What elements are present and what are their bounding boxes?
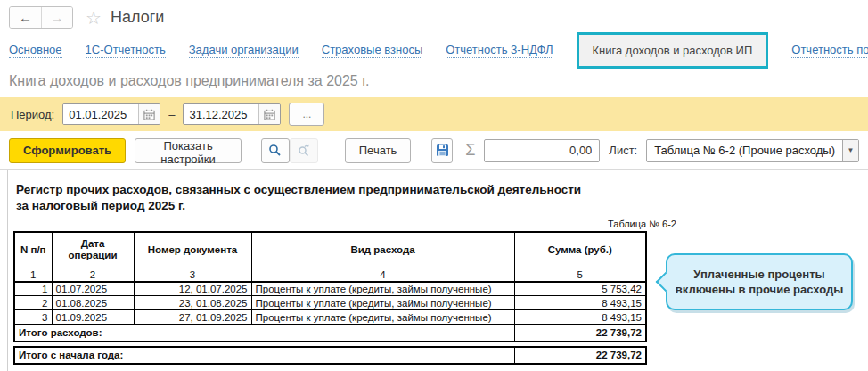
total-expenses-value: 22 739,72 [514, 325, 646, 342]
column-number-row: 1 2 3 4 5 [14, 268, 646, 282]
tab-bar: Основное 1С-Отчетность Задачи организаци… [0, 30, 868, 70]
table-row[interactable]: 2 01.08.2025 23, 01.08.2025 Проценты к у… [14, 296, 646, 310]
period-more-button[interactable]: ... [289, 103, 324, 126]
col-header-type: Вид расхода [251, 232, 514, 268]
forward-button[interactable]: → [41, 7, 72, 28]
callout-tail [656, 272, 676, 293]
tab-otchetnost-3ndfl[interactable]: Отчетность 3-НДФЛ [446, 43, 553, 58]
ytd-total-row: Итого с начала года: 22 739,72 [14, 347, 646, 364]
col-num: 4 [251, 268, 514, 282]
cell-date: 01.07.2025 [52, 282, 134, 296]
sum-value-input[interactable] [484, 139, 600, 162]
expenses-table: N п/п Дата операции Номер документа Вид … [13, 231, 647, 342]
col-header-date: Дата операции [52, 232, 134, 268]
cell-doc: 27, 01.09.2025 [134, 310, 251, 325]
search-button-group [261, 138, 318, 163]
period-from-group [62, 103, 160, 125]
col-num: 5 [514, 268, 646, 282]
period-dash: – [168, 108, 175, 121]
cell-doc: 12, 01.07.2025 [134, 282, 251, 296]
back-button[interactable]: ← [10, 7, 41, 28]
col-num: 3 [134, 268, 251, 282]
table-row[interactable]: 3 01.09.2025 27, 01.09.2025 Проценты к у… [14, 310, 646, 325]
calendar-icon[interactable] [138, 104, 160, 124]
sheet-selected-value: Таблица № 6-2 (Прочие расходы) [647, 140, 842, 161]
window-header: ← → ☆ Налоги [0, 0, 868, 30]
cell-date: 01.08.2025 [52, 296, 134, 310]
callout-text-line1: Уплаченные проценты [675, 267, 844, 282]
generate-button[interactable]: Сформировать [9, 138, 126, 163]
tab-osnovnoe[interactable]: Основное [9, 43, 62, 58]
cell-amount: 8 493,15 [514, 310, 646, 325]
cell-type: Проценты к уплате (кредиты, займы получе… [251, 310, 514, 325]
col-header-npp: N п/п [14, 232, 52, 268]
search-icon [268, 144, 282, 157]
table-header-row: N п/п Дата операции Номер документа Вид … [14, 232, 646, 268]
save-button[interactable] [431, 138, 453, 163]
total-expenses-row: Итого расходов: 22 739,72 [14, 325, 646, 342]
save-icon [436, 144, 449, 157]
table-number-label: Таблица № 6-2 [13, 218, 676, 229]
tab-otchetnost-nds[interactable]: Отчетность по НДС [791, 43, 868, 58]
cell-amount: 5 753,42 [514, 282, 646, 296]
total-expenses-label: Итого расходов: [14, 325, 514, 342]
report-subtitle: Книга доходов и расходов предпринимателя… [0, 70, 868, 97]
annotation-callout: Уплаченные проценты включены в прочие ра… [666, 253, 853, 310]
ytd-total-label: Итого с начала года: [14, 347, 514, 364]
period-to-input[interactable] [184, 104, 258, 124]
col-header-amount: Сумма (руб.) [514, 232, 646, 268]
calendar-icon-glyph [143, 109, 155, 120]
cell-num: 3 [14, 310, 52, 325]
search-next-icon [297, 144, 310, 157]
sheet-label: Лист: [609, 144, 637, 157]
cell-doc: 23, 01.08.2025 [134, 296, 251, 310]
report-title-line2: за налоговый период 2025 г. [16, 198, 868, 214]
report-canvas: Регистр прочих расходов, связанных с осу… [7, 170, 868, 371]
tab-1c-otchetnost[interactable]: 1С-Отчетность [86, 43, 166, 58]
period-to-group [183, 103, 281, 125]
report-title-line1: Регистр прочих расходов, связанных с осу… [16, 182, 868, 198]
favorite-star-icon[interactable]: ☆ [86, 9, 102, 27]
ytd-total-value: 22 739,72 [514, 347, 646, 364]
page-title: Налоги [111, 8, 164, 27]
cell-amount: 8 493,15 [514, 296, 646, 310]
calendar-icon-glyph [264, 109, 275, 120]
col-header-doc: Номер документа [134, 232, 251, 268]
history-nav-group: ← → [9, 6, 73, 29]
col-num: 1 [14, 268, 52, 282]
callout-text-line2: включены в прочие расходы [675, 282, 844, 297]
print-button[interactable]: Печать [345, 138, 412, 163]
period-bar: Период: – [0, 97, 868, 131]
period-label: Период: [11, 108, 54, 121]
show-settings-button[interactable]: Показать настройки [135, 138, 242, 163]
table-row[interactable]: 1 01.07.2025 12, 01.07.2025 Проценты к у… [14, 282, 646, 296]
tab-kniga-dohodov-rashodov-ip-selected[interactable]: Книга доходов и расходов ИП [577, 32, 769, 69]
search-next-button[interactable] [290, 138, 318, 163]
calendar-icon[interactable] [258, 104, 280, 124]
tab-strahovye-vznosy[interactable]: Страховые взносы [322, 43, 422, 58]
report-toolbar: Сформировать Показать настройки Печать [0, 131, 868, 170]
cell-num: 1 [14, 282, 52, 296]
cell-num: 2 [14, 296, 52, 310]
sheet-selector[interactable]: Таблица № 6-2 (Прочие расходы) ▼ [646, 139, 859, 162]
period-from-input[interactable] [63, 104, 138, 124]
ytd-total-table: Итого с начала года: 22 739,72 [13, 346, 647, 365]
cell-type: Проценты к уплате (кредиты, займы получе… [251, 282, 514, 296]
search-button[interactable] [261, 138, 290, 163]
sum-sigma-icon: Σ [465, 141, 475, 160]
cell-date: 01.09.2025 [52, 310, 134, 325]
col-num: 2 [52, 268, 134, 282]
tab-zadachi-organizacii[interactable]: Задачи организации [189, 43, 299, 58]
cell-type: Проценты к уплате (кредиты, займы получе… [251, 296, 514, 310]
chevron-down-icon[interactable]: ▼ [842, 140, 858, 161]
